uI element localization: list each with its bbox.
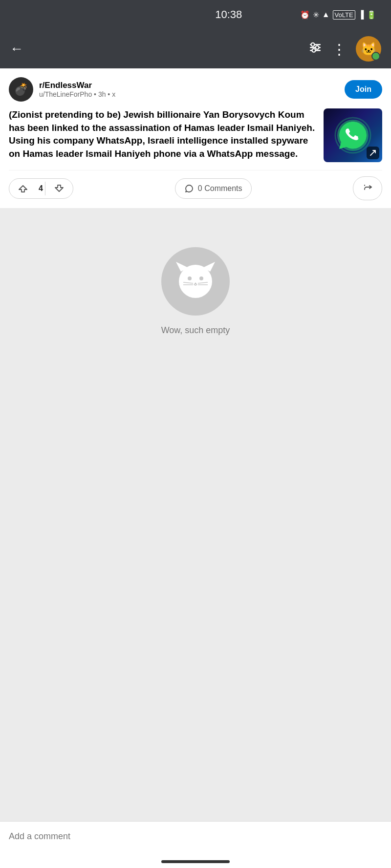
post-dot: • bbox=[94, 90, 96, 98]
bluetooth-icon: ✳ bbox=[313, 10, 319, 20]
comment-input-bar bbox=[0, 821, 391, 856]
post-card: 💣 r/EndlessWar u/TheLineForPho • 3h • x … bbox=[0, 68, 391, 208]
avatar-emoji: 🐱 bbox=[361, 42, 376, 57]
more-icon[interactable]: ⋮ bbox=[332, 41, 346, 58]
svg-point-4 bbox=[316, 46, 319, 49]
subreddit-name[interactable]: r/EndlessWar bbox=[39, 81, 115, 90]
external-link-badge bbox=[367, 147, 379, 159]
upvote-button[interactable] bbox=[9, 179, 37, 198]
comment-input[interactable] bbox=[9, 831, 382, 842]
user-avatar[interactable]: 🐱 bbox=[356, 36, 381, 62]
post-close[interactable]: x bbox=[112, 90, 115, 98]
downvote-button[interactable] bbox=[45, 179, 73, 198]
post-header: 💣 r/EndlessWar u/TheLineForPho • 3h • x … bbox=[9, 77, 382, 102]
comments-label: 0 Comments bbox=[198, 184, 242, 193]
post-header-left: 💣 r/EndlessWar u/TheLineForPho • 3h • x bbox=[9, 77, 115, 102]
empty-cat-icon bbox=[174, 257, 217, 306]
wifi-icon: ▲ bbox=[322, 10, 330, 19]
post-user[interactable]: u/TheLineForPho bbox=[39, 90, 92, 98]
lte-icon: VoLTE bbox=[333, 10, 355, 20]
svg-point-10 bbox=[179, 265, 212, 298]
empty-text: Wow, such empty bbox=[161, 325, 230, 336]
filter-icon[interactable] bbox=[308, 41, 322, 57]
action-bar: 4 0 Comments bbox=[9, 170, 382, 208]
nav-bar: ← ⋮ 🐱 bbox=[0, 29, 391, 68]
home-indicator bbox=[0, 856, 391, 868]
post-dot2: • bbox=[108, 90, 112, 98]
empty-avatar bbox=[161, 247, 230, 316]
svg-point-12 bbox=[199, 276, 203, 280]
empty-state: Wow, such empty bbox=[0, 208, 391, 821]
comments-button[interactable]: 0 Comments bbox=[175, 178, 252, 199]
svg-point-3 bbox=[311, 43, 315, 46]
post-age: 3h bbox=[98, 90, 106, 98]
vote-group: 4 bbox=[9, 178, 73, 199]
status-icons: ⏰ ✳ ▲ VoLTE ▐ 🔋 bbox=[300, 10, 376, 20]
post-title: (Zionist pretending to be) Jewish billio… bbox=[9, 108, 317, 162]
post-thumbnail[interactable] bbox=[324, 108, 382, 162]
post-content: (Zionist pretending to be) Jewish billio… bbox=[9, 108, 382, 162]
svg-point-11 bbox=[188, 276, 192, 280]
back-button[interactable]: ← bbox=[10, 41, 23, 57]
join-button[interactable]: Join bbox=[345, 80, 382, 99]
vote-count: 4 bbox=[37, 184, 45, 193]
svg-point-5 bbox=[312, 49, 316, 52]
post-info: u/TheLineForPho • 3h • x bbox=[39, 90, 115, 98]
share-button[interactable] bbox=[353, 176, 382, 200]
nav-right: ⋮ 🐱 bbox=[308, 36, 381, 62]
alarm-icon: ⏰ bbox=[300, 10, 310, 20]
battery-icon: 🔋 bbox=[367, 10, 376, 20]
post-meta: r/EndlessWar u/TheLineForPho • 3h • x bbox=[39, 81, 115, 98]
status-bar: 10:38 ⏰ ✳ ▲ VoLTE ▐ 🔋 bbox=[0, 0, 391, 29]
status-time: 10:38 bbox=[157, 8, 300, 21]
nav-left: ← bbox=[10, 41, 23, 57]
home-bar bbox=[161, 860, 230, 863]
signal-icon: ▐ bbox=[358, 10, 364, 19]
subreddit-icon[interactable]: 💣 bbox=[9, 77, 33, 102]
